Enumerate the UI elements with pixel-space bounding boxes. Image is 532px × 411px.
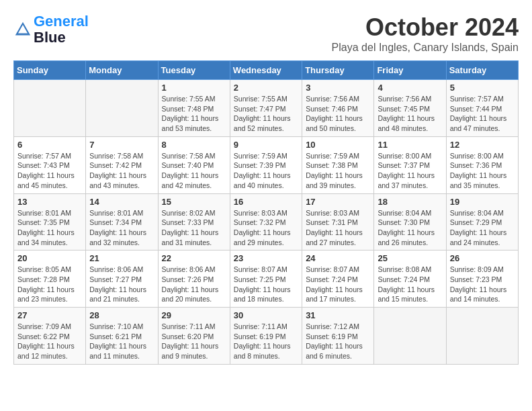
- day-number: 17: [306, 197, 370, 207]
- weekday-header: Sunday: [14, 61, 86, 80]
- header: General Blue October 2024 Playa del Ingl…: [13, 13, 519, 54]
- calendar-cell: 4Sunrise: 7:56 AMSunset: 7:45 PMDaylight…: [374, 80, 446, 137]
- calendar-cell: 12Sunrise: 8:00 AMSunset: 7:36 PMDayligh…: [446, 136, 518, 193]
- day-info: Sunrise: 8:07 AMSunset: 7:25 PMDaylight:…: [234, 265, 298, 304]
- day-info: Sunrise: 8:04 AMSunset: 7:29 PMDaylight:…: [450, 208, 515, 248]
- day-info: Sunrise: 7:11 AMSunset: 6:19 PMDaylight:…: [234, 322, 298, 361]
- day-number: 19: [450, 197, 515, 207]
- calendar-cell: 26Sunrise: 8:09 AMSunset: 7:23 PMDayligh…: [446, 250, 518, 308]
- day-info: Sunrise: 7:56 AMSunset: 7:46 PMDaylight:…: [306, 94, 370, 134]
- calendar-cell: 7Sunrise: 7:58 AMSunset: 7:42 PMDaylight…: [86, 136, 158, 193]
- calendar-cell: 29Sunrise: 7:11 AMSunset: 6:20 PMDayligh…: [158, 308, 230, 365]
- day-info: Sunrise: 8:06 AMSunset: 7:26 PMDaylight:…: [162, 265, 226, 304]
- calendar-cell: [446, 308, 518, 365]
- calendar-cell: 13Sunrise: 8:01 AMSunset: 7:35 PMDayligh…: [14, 193, 86, 250]
- calendar-cell: 24Sunrise: 8:07 AMSunset: 7:24 PMDayligh…: [302, 250, 374, 308]
- calendar-cell: [374, 308, 446, 365]
- day-info: Sunrise: 7:12 AMSunset: 6:19 PMDaylight:…: [306, 322, 370, 361]
- calendar-cell: 16Sunrise: 8:03 AMSunset: 7:32 PMDayligh…: [230, 193, 302, 250]
- day-info: Sunrise: 7:58 AMSunset: 7:40 PMDaylight:…: [162, 151, 226, 191]
- calendar-cell: 21Sunrise: 8:06 AMSunset: 7:27 PMDayligh…: [86, 250, 158, 308]
- day-number: 24: [306, 253, 370, 263]
- weekday-header-row: SundayMondayTuesdayWednesdayThursdayFrid…: [14, 61, 519, 80]
- day-number: 10: [306, 140, 370, 150]
- calendar-cell: 5Sunrise: 7:57 AMSunset: 7:44 PMDaylight…: [446, 80, 518, 137]
- day-number: 23: [234, 253, 298, 263]
- day-number: 25: [378, 253, 442, 263]
- weekday-header: Tuesday: [158, 61, 230, 80]
- day-info: Sunrise: 8:00 AMSunset: 7:36 PMDaylight:…: [450, 151, 515, 191]
- calendar-cell: 10Sunrise: 7:59 AMSunset: 7:38 PMDayligh…: [302, 136, 374, 193]
- day-info: Sunrise: 7:55 AMSunset: 7:48 PMDaylight:…: [162, 94, 226, 134]
- day-number: 11: [378, 140, 442, 150]
- weekday-header: Monday: [86, 61, 158, 80]
- calendar-cell: [14, 80, 86, 137]
- weekday-header: Friday: [374, 61, 446, 80]
- day-number: 30: [234, 310, 298, 320]
- calendar-cell: 30Sunrise: 7:11 AMSunset: 6:19 PMDayligh…: [230, 308, 302, 365]
- day-info: Sunrise: 8:01 AMSunset: 7:34 PMDaylight:…: [89, 208, 154, 248]
- title-area: October 2024 Playa del Ingles, Canary Is…: [332, 13, 519, 54]
- day-number: 16: [234, 197, 298, 207]
- day-info: Sunrise: 7:59 AMSunset: 7:39 PMDaylight:…: [234, 151, 298, 191]
- day-number: 29: [162, 310, 226, 320]
- day-number: 26: [450, 253, 515, 263]
- day-info: Sunrise: 7:55 AMSunset: 7:47 PMDaylight:…: [234, 94, 298, 134]
- day-info: Sunrise: 7:11 AMSunset: 6:20 PMDaylight:…: [162, 322, 226, 361]
- day-info: Sunrise: 8:05 AMSunset: 7:28 PMDaylight:…: [17, 265, 82, 304]
- weekday-header: Thursday: [302, 61, 374, 80]
- logo: General Blue: [13, 13, 89, 46]
- day-info: Sunrise: 8:01 AMSunset: 7:35 PMDaylight:…: [17, 208, 82, 248]
- calendar: SundayMondayTuesdayWednesdayThursdayFrid…: [13, 60, 519, 365]
- calendar-cell: 17Sunrise: 8:03 AMSunset: 7:31 PMDayligh…: [302, 193, 374, 250]
- day-number: 13: [17, 197, 82, 207]
- calendar-cell: 11Sunrise: 8:00 AMSunset: 7:37 PMDayligh…: [374, 136, 446, 193]
- calendar-week-row: 6Sunrise: 7:57 AMSunset: 7:43 PMDaylight…: [14, 136, 519, 193]
- calendar-cell: 25Sunrise: 8:08 AMSunset: 7:24 PMDayligh…: [374, 250, 446, 308]
- day-number: 14: [89, 197, 154, 207]
- day-number: 3: [306, 83, 370, 93]
- calendar-cell: 14Sunrise: 8:01 AMSunset: 7:34 PMDayligh…: [86, 193, 158, 250]
- calendar-cell: 18Sunrise: 8:04 AMSunset: 7:30 PMDayligh…: [374, 193, 446, 250]
- calendar-cell: 27Sunrise: 7:09 AMSunset: 6:22 PMDayligh…: [14, 308, 86, 365]
- calendar-week-row: 27Sunrise: 7:09 AMSunset: 6:22 PMDayligh…: [14, 308, 519, 365]
- calendar-week-row: 20Sunrise: 8:05 AMSunset: 7:28 PMDayligh…: [14, 250, 519, 308]
- logo-icon: [13, 20, 32, 39]
- day-number: 27: [17, 310, 82, 320]
- calendar-cell: 2Sunrise: 7:55 AMSunset: 7:47 PMDaylight…: [230, 80, 302, 137]
- weekday-header: Saturday: [446, 61, 518, 80]
- logo-text: General Blue: [34, 13, 89, 46]
- day-number: 18: [378, 197, 442, 207]
- day-info: Sunrise: 8:03 AMSunset: 7:31 PMDaylight:…: [306, 208, 370, 248]
- day-number: 22: [162, 253, 226, 263]
- day-info: Sunrise: 8:07 AMSunset: 7:24 PMDaylight:…: [306, 265, 370, 304]
- day-info: Sunrise: 8:03 AMSunset: 7:32 PMDaylight:…: [234, 208, 298, 248]
- day-number: 1: [162, 83, 226, 93]
- day-info: Sunrise: 8:06 AMSunset: 7:27 PMDaylight:…: [89, 265, 154, 304]
- day-number: 9: [234, 140, 298, 150]
- calendar-cell: 22Sunrise: 8:06 AMSunset: 7:26 PMDayligh…: [158, 250, 230, 308]
- day-info: Sunrise: 7:59 AMSunset: 7:38 PMDaylight:…: [306, 151, 370, 191]
- calendar-cell: 20Sunrise: 8:05 AMSunset: 7:28 PMDayligh…: [14, 250, 86, 308]
- day-number: 2: [234, 83, 298, 93]
- day-number: 20: [17, 253, 82, 263]
- day-info: Sunrise: 7:57 AMSunset: 7:44 PMDaylight:…: [450, 94, 515, 134]
- calendar-cell: 8Sunrise: 7:58 AMSunset: 7:40 PMDaylight…: [158, 136, 230, 193]
- calendar-cell: 31Sunrise: 7:12 AMSunset: 6:19 PMDayligh…: [302, 308, 374, 365]
- calendar-cell: 15Sunrise: 8:02 AMSunset: 7:33 PMDayligh…: [158, 193, 230, 250]
- day-info: Sunrise: 7:10 AMSunset: 6:21 PMDaylight:…: [89, 322, 154, 361]
- day-info: Sunrise: 8:09 AMSunset: 7:23 PMDaylight:…: [450, 265, 515, 304]
- calendar-cell: 1Sunrise: 7:55 AMSunset: 7:48 PMDaylight…: [158, 80, 230, 137]
- calendar-week-row: 1Sunrise: 7:55 AMSunset: 7:48 PMDaylight…: [14, 80, 519, 137]
- calendar-cell: 6Sunrise: 7:57 AMSunset: 7:43 PMDaylight…: [14, 136, 86, 193]
- day-info: Sunrise: 7:57 AMSunset: 7:43 PMDaylight:…: [17, 151, 82, 191]
- day-number: 31: [306, 310, 370, 320]
- day-info: Sunrise: 8:02 AMSunset: 7:33 PMDaylight:…: [162, 208, 226, 248]
- weekday-header: Wednesday: [230, 61, 302, 80]
- day-info: Sunrise: 7:58 AMSunset: 7:42 PMDaylight:…: [89, 151, 154, 191]
- day-info: Sunrise: 8:08 AMSunset: 7:24 PMDaylight:…: [378, 265, 442, 304]
- calendar-cell: 28Sunrise: 7:10 AMSunset: 6:21 PMDayligh…: [86, 308, 158, 365]
- day-number: 28: [89, 310, 154, 320]
- calendar-cell: [86, 80, 158, 137]
- day-number: 8: [162, 140, 226, 150]
